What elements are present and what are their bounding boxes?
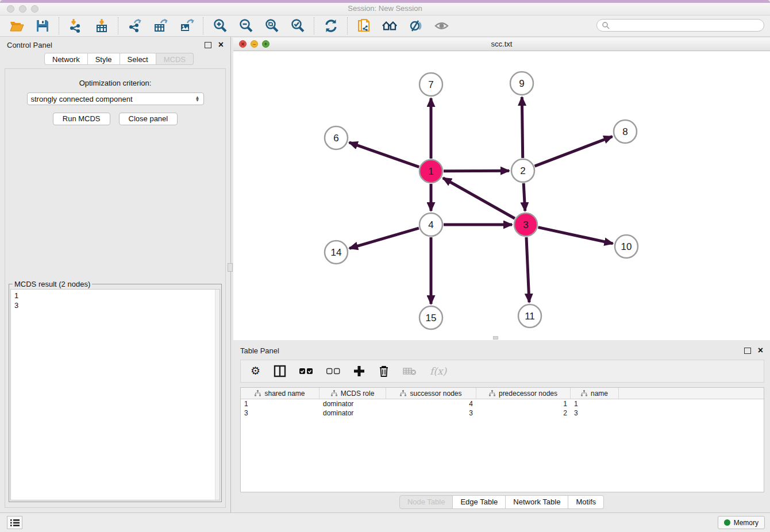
zoom-out-icon[interactable] [238,18,253,34]
tab-motifs[interactable]: Motifs [568,495,604,509]
mcds-result-text[interactable]: 1 3 [10,289,220,500]
edge-1-6[interactable] [349,142,419,167]
hide-glasses-icon[interactable] [408,18,424,34]
edge-3-11[interactable] [526,237,529,302]
edge-2-8[interactable] [535,137,613,167]
tab-style[interactable]: Style [88,53,120,65]
table-cell[interactable]: 1 [476,399,571,408]
float-panel-icon[interactable] [205,42,211,48]
columns-icon[interactable] [274,364,286,379]
app-window: { "titlebar": { "title": "Session: New S… [0,0,770,532]
export-network-icon[interactable] [127,18,143,34]
tab-edge-table[interactable]: Edge Table [453,495,506,509]
table-cell[interactable]: dominator [319,408,386,418]
add-column-icon[interactable] [353,364,365,379]
table-cell[interactable]: 1 [571,399,619,408]
graph-node-7[interactable]: 7 [419,73,442,96]
run-mcds-button[interactable]: Run MCDS [53,113,110,125]
tab-mcds[interactable]: MCDS [156,53,194,65]
column-header-name[interactable]: name [571,388,619,399]
search-input[interactable] [596,19,764,32]
mcds-tab-content: Optimization criterion: strongly connect… [5,68,226,508]
canvas-scroll-thumb[interactable] [493,336,498,340]
node-table[interactable]: shared nameMCDS rolesuccessor nodesprede… [240,387,764,492]
mcds-result-legend: MCDS result (2 nodes) [13,280,92,288]
column-header-predecessor-nodes[interactable]: predecessor nodes [476,388,571,399]
table-cell[interactable]: 2 [476,408,571,418]
tab-network[interactable]: Network [44,53,88,65]
result-scrollbar[interactable] [215,290,220,500]
export-image-icon[interactable] [179,18,194,34]
table-cell[interactable]: 4 [386,399,476,408]
table-panel: Table Panel × ⚙ f(x) shared nameMCDS rol… [233,342,770,513]
edge-2-3[interactable] [523,183,525,211]
delete-table-icon[interactable] [403,364,417,379]
edge-3-1[interactable] [443,178,515,218]
panel-splitter-handle[interactable] [228,263,233,272]
memory-button[interactable]: Memory [718,516,765,529]
delete-icon[interactable] [378,364,390,379]
table-row[interactable]: 1dominator411 [241,399,764,408]
graph-node-11[interactable]: 11 [518,304,541,327]
app-titlebar[interactable]: Session: New Session [0,3,770,16]
zoom-in-icon[interactable] [212,18,228,34]
graph-node-15[interactable]: 15 [419,306,442,329]
criterion-select[interactable]: strongly connected component ▲▼ [27,92,204,105]
network-window-titlebar[interactable]: ✕ – + scc.txt [233,38,770,51]
close-panel-button[interactable]: Close panel [119,113,178,125]
close-table-panel-icon[interactable]: × [758,346,763,354]
edge-3-10[interactable] [538,228,613,244]
show-eye-icon[interactable] [434,18,449,34]
save-icon[interactable] [34,18,50,34]
table-cell[interactable]: 3 [241,408,319,418]
svg-text:9: 9 [519,78,524,89]
graph-node-4[interactable]: 4 [419,213,442,236]
table-cell[interactable]: 3 [386,408,476,418]
task-history-button[interactable] [7,516,22,529]
table-cell[interactable]: 1 [241,399,319,408]
function-builder-icon[interactable]: f(x) [430,364,446,379]
refresh-layout-icon[interactable] [323,18,338,34]
graph-node-9[interactable]: 9 [510,72,533,95]
edge-2-9[interactable] [522,97,522,158]
column-header-MCDS-role[interactable]: MCDS role [319,388,386,399]
task-list-icon [10,519,20,527]
svg-text:11: 11 [525,311,535,322]
network-graph[interactable]: 7968124314101511 [233,51,770,340]
export-table-icon[interactable] [153,18,168,34]
column-header-shared-name[interactable]: shared name [241,388,319,399]
import-network-icon[interactable] [68,18,83,34]
table-cell[interactable]: dominator [319,399,386,408]
column-sort-icon [489,390,495,396]
tab-network-table[interactable]: Network Table [506,495,568,509]
svg-text:8: 8 [622,126,627,137]
edge-4-14[interactable] [349,228,419,248]
graph-node-10[interactable]: 10 [615,235,638,258]
deselect-checkboxes-icon[interactable] [326,364,340,379]
open-folder-icon[interactable] [9,18,24,34]
tab-select[interactable]: Select [120,53,156,65]
select-all-checkboxes-icon[interactable] [299,364,313,379]
zoom-fit-icon[interactable] [264,18,279,34]
table-row[interactable]: 3dominator323 [241,408,764,418]
mcds-result-box: MCDS result (2 nodes) 1 3 [9,284,222,502]
float-table-panel-icon[interactable] [744,348,751,354]
graph-node-6[interactable]: 6 [325,126,348,149]
graph-node-8[interactable]: 8 [614,120,637,143]
graph-node-1[interactable]: 1 [419,160,442,183]
home-networks-icon[interactable] [382,18,398,34]
edge-1-2[interactable] [444,171,509,171]
graph-node-2[interactable]: 2 [511,159,534,182]
zoom-selected-icon[interactable] [290,18,305,34]
svg-text:4: 4 [428,219,433,230]
graph-node-14[interactable]: 14 [325,241,348,264]
graph-node-3[interactable]: 3 [514,213,537,236]
close-panel-icon[interactable]: × [218,41,224,49]
tab-node-table[interactable]: Node Table [399,495,453,509]
import-table-icon[interactable] [94,18,109,34]
column-header-successor-nodes[interactable]: successor nodes [386,388,476,399]
table-cell[interactable]: 3 [571,408,619,418]
network-file-icon[interactable] [356,18,372,34]
network-canvas[interactable]: 7968124314101511 [233,51,770,340]
gear-icon[interactable]: ⚙ [251,364,260,379]
